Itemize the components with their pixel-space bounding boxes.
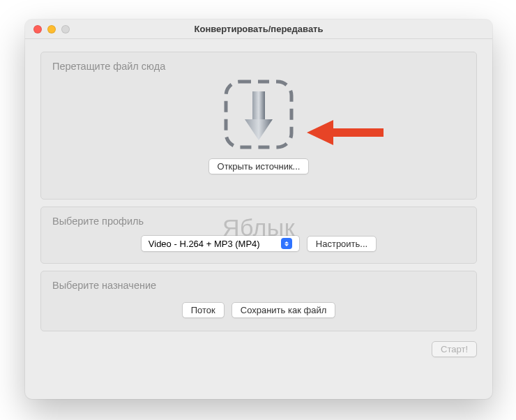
select-arrows-icon <box>281 238 292 249</box>
save-as-file-button[interactable]: Сохранить как файл <box>232 302 336 318</box>
destination-section-title: Выберите назначение <box>41 271 476 297</box>
download-drop-icon <box>220 76 297 153</box>
footer-row: Старт! <box>40 338 477 357</box>
destination-section: Выберите назначение Поток Сохранить как … <box>40 271 477 331</box>
maximize-window-button <box>61 25 70 33</box>
minimize-window-button[interactable] <box>47 25 56 33</box>
profile-select-value: Video - H.264 + MP3 (MP4) <box>149 239 260 249</box>
window-title: Конвертировать/передавать <box>25 24 492 34</box>
profile-section: Выберите профиль Video - H.264 + MP3 (MP… <box>40 207 477 264</box>
app-window: Конвертировать/передавать Перетащите фай… <box>25 20 492 399</box>
customize-profile-button[interactable]: Настроить... <box>307 236 377 252</box>
drop-section-title: Перетащите файл сюда <box>41 52 476 77</box>
profile-section-title: Выберите профиль <box>41 207 476 232</box>
window-content: Перетащите файл сюда <box>25 39 492 364</box>
close-window-button[interactable] <box>33 25 42 33</box>
titlebar: Конвертировать/передавать <box>25 20 492 39</box>
traffic-lights <box>33 25 70 33</box>
svg-rect-1 <box>252 91 265 122</box>
profile-select[interactable]: Video - H.264 + MP3 (MP4) <box>141 235 300 252</box>
svg-marker-2 <box>245 119 273 140</box>
stream-button[interactable]: Поток <box>182 302 225 318</box>
drop-icon-wrap <box>41 76 476 153</box>
drop-area[interactable]: Открыть источник... <box>41 76 476 174</box>
drop-file-section: Перетащите файл сюда <box>40 52 477 200</box>
open-source-button[interactable]: Открыть источник... <box>208 158 310 174</box>
start-button[interactable]: Старт! <box>432 341 477 357</box>
